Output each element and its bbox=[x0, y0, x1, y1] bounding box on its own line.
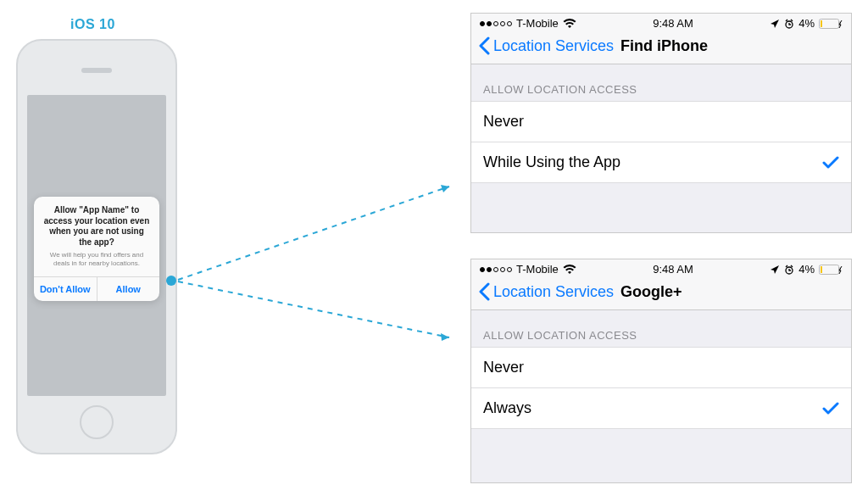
iphone-mockup: Allow "App Name" to access your location… bbox=[16, 39, 177, 454]
option-label: Always bbox=[483, 399, 531, 417]
allow-button[interactable]: Allow bbox=[97, 277, 160, 301]
svg-rect-7 bbox=[821, 20, 822, 27]
svg-marker-3 bbox=[441, 333, 449, 341]
page-title: Google+ bbox=[620, 283, 682, 301]
clock-label: 9:48 AM bbox=[653, 263, 693, 276]
battery-percent: 4% bbox=[798, 17, 815, 30]
nav-bar: Location Services Find iPhone bbox=[471, 31, 851, 64]
settings-panel-find-iphone: T-Mobile 9:48 AM 4% bbox=[470, 13, 852, 233]
section-header: ALLOW LOCATION ACCESS bbox=[471, 64, 851, 101]
option-label: While Using the App bbox=[483, 153, 620, 171]
carrier-label: T-Mobile bbox=[516, 263, 559, 276]
svg-line-0 bbox=[178, 187, 449, 280]
wifi-icon bbox=[563, 19, 576, 29]
svg-line-2 bbox=[178, 281, 449, 337]
back-button[interactable]: Location Services bbox=[493, 37, 614, 55]
alarm-icon bbox=[784, 19, 794, 29]
location-arrow-icon bbox=[770, 19, 780, 29]
page-title: Find iPhone bbox=[620, 37, 708, 55]
option-label: Never bbox=[483, 359, 524, 376]
signal-strength-icon bbox=[480, 267, 512, 272]
back-chevron-icon[interactable] bbox=[478, 282, 490, 301]
option-row-never[interactable]: Never bbox=[471, 347, 851, 387]
home-button[interactable] bbox=[80, 405, 114, 439]
carrier-label: T-Mobile bbox=[516, 17, 559, 30]
nav-bar: Location Services Google+ bbox=[471, 277, 851, 310]
battery-icon bbox=[819, 264, 843, 276]
option-row-always[interactable]: Always bbox=[471, 387, 851, 429]
callout-dot bbox=[166, 276, 176, 286]
back-chevron-icon[interactable] bbox=[478, 36, 490, 55]
battery-percent: 4% bbox=[798, 263, 815, 276]
clock-label: 9:48 AM bbox=[653, 17, 693, 30]
section-header: ALLOW LOCATION ACCESS bbox=[471, 310, 851, 347]
status-bar: T-Mobile 9:48 AM 4% bbox=[471, 259, 851, 277]
signal-strength-icon bbox=[480, 21, 512, 26]
wifi-icon bbox=[563, 265, 576, 275]
ios-version-label: iOS 10 bbox=[70, 17, 115, 32]
svg-marker-1 bbox=[441, 185, 449, 192]
battery-icon bbox=[819, 18, 843, 30]
option-row-while-using[interactable]: While Using the App bbox=[471, 142, 851, 183]
dialog-subtitle: We will help you find offers and deals i… bbox=[34, 251, 159, 276]
location-permission-dialog: Allow "App Name" to access your location… bbox=[34, 197, 159, 301]
option-row-never[interactable]: Never bbox=[471, 101, 851, 142]
checkmark-icon bbox=[822, 156, 839, 170]
status-bar: T-Mobile 9:48 AM 4% bbox=[471, 14, 851, 31]
svg-rect-11 bbox=[821, 266, 822, 273]
checkmark-icon bbox=[822, 402, 839, 415]
location-arrow-icon bbox=[770, 265, 780, 275]
phone-speaker bbox=[81, 68, 112, 73]
dialog-title: Allow "App Name" to access your location… bbox=[34, 197, 159, 251]
settings-panel-google-plus: T-Mobile 9:48 AM 4% bbox=[470, 259, 852, 483]
dont-allow-button[interactable]: Don't Allow bbox=[34, 277, 97, 301]
back-button[interactable]: Location Services bbox=[493, 283, 614, 301]
phone-screen: Allow "App Name" to access your location… bbox=[27, 95, 166, 396]
option-label: Never bbox=[483, 113, 524, 131]
alarm-icon bbox=[784, 265, 794, 275]
